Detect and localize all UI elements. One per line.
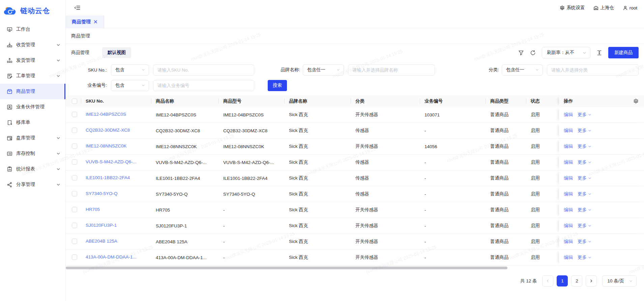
sku-link[interactable]: HR705 bbox=[86, 207, 100, 212]
row-checkbox[interactable] bbox=[72, 128, 77, 133]
tab-product-management[interactable]: 商品管理 bbox=[66, 16, 104, 28]
inventory-icon bbox=[7, 150, 13, 157]
row-checkbox[interactable] bbox=[72, 112, 77, 117]
sku-link[interactable]: ABE204B 125A bbox=[86, 239, 117, 244]
edit-link[interactable]: 编辑 bbox=[564, 159, 573, 165]
sidebar-item-partners[interactable]: 业务伙伴管理 bbox=[0, 99, 65, 115]
more-link[interactable]: 更多 bbox=[578, 191, 592, 197]
edit-link[interactable]: 编辑 bbox=[564, 112, 573, 118]
row-height-icon[interactable] bbox=[596, 50, 602, 56]
biz-no-cell: - bbox=[420, 208, 486, 213]
more-link[interactable]: 更多 bbox=[578, 143, 592, 149]
row-checkbox[interactable] bbox=[72, 239, 77, 244]
search-button[interactable]: 搜索 bbox=[268, 80, 287, 91]
column-header-status[interactable]: 状态 bbox=[526, 95, 559, 107]
more-link[interactable]: 更多 bbox=[578, 159, 592, 165]
edit-link[interactable]: 编辑 bbox=[564, 254, 573, 261]
biz-filter-input[interactable] bbox=[153, 80, 254, 91]
content-panel: 商品管理 商品管理 默认视图 刷新率：从不 新建商品 bbox=[66, 28, 644, 301]
menu-fold-icon[interactable] bbox=[74, 4, 81, 11]
edit-link[interactable]: 编辑 bbox=[564, 207, 573, 213]
system-settings-button[interactable]: 系统设置 bbox=[560, 5, 585, 11]
sidebar-item-shipping[interactable]: 发货管理 bbox=[0, 53, 65, 68]
table-settings-gear-icon[interactable] bbox=[633, 99, 639, 104]
chevron-down-icon bbox=[56, 43, 61, 47]
brand-filter-input[interactable] bbox=[348, 64, 435, 76]
create-product-button[interactable]: 新建商品 bbox=[608, 47, 639, 58]
sidebar-item-inventory-control[interactable]: 库存控制 bbox=[0, 146, 65, 161]
sidebar-item-sharing[interactable]: 分享管理 bbox=[0, 177, 65, 192]
row-checkbox[interactable] bbox=[72, 223, 77, 228]
next-page-button[interactable] bbox=[586, 275, 597, 286]
page-button-1[interactable]: 1 bbox=[557, 275, 568, 286]
column-header-biz[interactable]: 业务编号 bbox=[420, 95, 486, 107]
sku-link[interactable]: SY7340-5YO-Q bbox=[86, 191, 118, 196]
category-operator-select[interactable]: 包含任一 bbox=[502, 64, 543, 76]
category-cell: 传感器 bbox=[351, 159, 420, 165]
sidebar-item-reports[interactable]: 统计报表 bbox=[0, 161, 65, 177]
product-name-cell: ILE1001-1BB22-2FA4 bbox=[151, 176, 218, 181]
sku-link[interactable]: CQ2B32-30DMZ-XC8 bbox=[86, 128, 130, 133]
more-link[interactable]: 更多 bbox=[578, 254, 592, 261]
edit-link[interactable]: 编辑 bbox=[564, 128, 573, 134]
product-name-cell: SJ0120FU3P-1 bbox=[151, 223, 218, 228]
more-link[interactable]: 更多 bbox=[578, 175, 592, 181]
sidebar-item-stocktaking[interactable]: 盘库管理 bbox=[0, 130, 65, 146]
page-button-2[interactable]: 2 bbox=[571, 275, 582, 286]
page-size-select[interactable]: 10 条/页 bbox=[602, 275, 637, 286]
horizontal-scrollbar-thumb[interactable] bbox=[66, 267, 507, 269]
row-checkbox[interactable] bbox=[72, 191, 77, 196]
close-icon[interactable] bbox=[93, 20, 98, 24]
edit-link[interactable]: 编辑 bbox=[564, 175, 573, 181]
more-link[interactable]: 更多 bbox=[578, 223, 592, 229]
category-filter-input[interactable] bbox=[547, 64, 639, 76]
sidebar-item-receiving[interactable]: 收货管理 bbox=[0, 37, 65, 53]
filter-icon[interactable] bbox=[518, 50, 524, 56]
refresh-icon[interactable] bbox=[530, 50, 536, 56]
more-link[interactable]: 更多 bbox=[578, 128, 592, 134]
sku-link[interactable]: IME12-08NNSZC0K bbox=[86, 143, 127, 148]
more-link[interactable]: 更多 bbox=[578, 112, 592, 118]
warehouse-switcher[interactable]: 上海仓 bbox=[593, 5, 614, 11]
chevron-down-icon bbox=[588, 113, 592, 117]
sidebar-item-workbench[interactable]: 工作台 bbox=[0, 22, 65, 37]
refresh-rate-select[interactable]: 刷新率：从不 bbox=[542, 47, 590, 58]
sku-link[interactable]: IME12-04BPSZC0S bbox=[86, 112, 126, 117]
edit-link[interactable]: 编辑 bbox=[564, 143, 573, 149]
select-all-checkbox[interactable] bbox=[72, 99, 77, 104]
sku-link[interactable]: 413A-00A-DM-DDAA-1... bbox=[86, 254, 137, 259]
user-menu[interactable]: root bbox=[623, 5, 637, 10]
row-checkbox[interactable] bbox=[72, 143, 77, 149]
row-checkbox[interactable] bbox=[72, 207, 77, 212]
warehouse-label: 上海仓 bbox=[600, 5, 614, 11]
sidebar-item-transfer-orders[interactable]: 移库单 bbox=[0, 115, 65, 130]
column-header-category[interactable]: 分类 bbox=[351, 95, 420, 107]
column-header-model[interactable]: 商品型号 bbox=[218, 95, 284, 107]
brand-operator-select[interactable]: 包含任一 bbox=[303, 64, 344, 76]
column-header-name[interactable]: 商品名称 bbox=[151, 95, 218, 107]
edit-link[interactable]: 编辑 bbox=[564, 239, 573, 245]
brand-cell: Sick 西克 bbox=[284, 223, 351, 229]
sku-operator-select[interactable]: 包含 bbox=[111, 64, 149, 76]
prev-page-button[interactable] bbox=[542, 275, 553, 286]
default-view-button[interactable]: 默认视图 bbox=[102, 47, 131, 58]
edit-link[interactable]: 编辑 bbox=[564, 223, 573, 229]
edit-link[interactable]: 编辑 bbox=[564, 191, 573, 197]
more-link[interactable]: 更多 bbox=[578, 239, 592, 245]
sku-link[interactable]: ILE1001-1BB22-2FA4 bbox=[86, 175, 130, 180]
sku-filter-input[interactable] bbox=[153, 64, 254, 76]
column-header-sku[interactable]: SKU No. bbox=[81, 95, 151, 107]
sidebar-item-work-orders[interactable]: 工单管理 bbox=[0, 68, 65, 84]
table-row: VUVB-S-M42-AZD-Q6-... VUVB-S-M42-AZD-Q6-… bbox=[66, 155, 644, 170]
sku-link[interactable]: SJ0120FU3P-1 bbox=[86, 223, 117, 228]
column-header-type[interactable]: 商品类型 bbox=[486, 95, 526, 107]
sidebar-item-products[interactable]: 商品管理 bbox=[0, 84, 65, 99]
transfer-icon bbox=[7, 119, 13, 126]
row-checkbox[interactable] bbox=[72, 254, 77, 260]
row-checkbox[interactable] bbox=[72, 175, 77, 181]
biz-operator-select[interactable]: 包含 bbox=[111, 80, 149, 91]
row-checkbox[interactable] bbox=[72, 159, 77, 165]
column-header-brand[interactable]: 品牌名称 bbox=[284, 95, 351, 107]
more-link[interactable]: 更多 bbox=[578, 207, 592, 213]
sku-link[interactable]: VUVB-S-M42-AZD-Q6-... bbox=[86, 159, 137, 164]
